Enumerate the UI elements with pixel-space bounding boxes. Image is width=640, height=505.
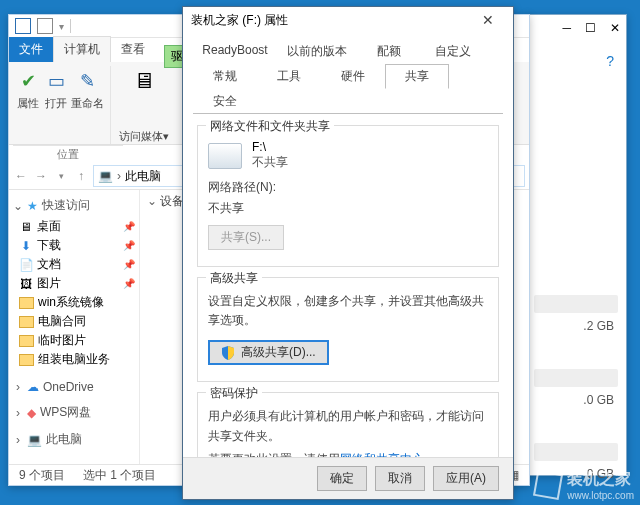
- storage-bar: [534, 443, 618, 461]
- minimize-button[interactable]: ─: [562, 21, 571, 35]
- nav-up-icon[interactable]: ↑: [73, 169, 89, 183]
- tree-onedrive[interactable]: ›☁OneDrive: [9, 377, 139, 397]
- tree-quick-access[interactable]: ⌄★快速访问: [9, 194, 139, 217]
- netpath-label: 网络路径(N):: [208, 179, 488, 196]
- storage-label: .0 GB: [534, 393, 618, 407]
- chevron-down-icon[interactable]: ▾: [163, 130, 169, 142]
- storage-bar: [534, 369, 618, 387]
- ribbon-rename[interactable]: 重命名: [71, 96, 104, 111]
- apply-button[interactable]: 应用(A): [433, 466, 499, 491]
- star-icon: [533, 470, 563, 500]
- properties-dialog: 装机之家 (F:) 属性 ✕ ReadyBoost 以前的版本 配额 自定义 常…: [182, 6, 514, 500]
- share-state: 不共享: [252, 154, 288, 171]
- status-count: 9 个项目: [19, 467, 65, 484]
- tree-item-folder[interactable]: 组装电脑业务: [9, 350, 139, 369]
- qat-overflow[interactable]: ▾: [59, 21, 64, 32]
- tab-hardware[interactable]: 硬件: [321, 64, 385, 89]
- nav-back-icon[interactable]: ←: [13, 169, 29, 183]
- close-button[interactable]: ✕: [610, 21, 620, 35]
- tree-item-desktop[interactable]: 🖥桌面📌: [9, 217, 139, 236]
- dialog-tabs: ReadyBoost 以前的版本 配额 自定义 常规 工具 硬件 共享 安全: [183, 33, 513, 114]
- tab-sharing[interactable]: 共享: [385, 64, 449, 89]
- system-menu-icon[interactable]: [15, 18, 31, 34]
- ok-button[interactable]: 确定: [317, 466, 367, 491]
- rename-icon[interactable]: ✎: [75, 68, 101, 94]
- tab-readyboost[interactable]: ReadyBoost: [193, 39, 277, 64]
- properties-icon[interactable]: ✔: [15, 68, 41, 94]
- breadcrumb[interactable]: 此电脑: [125, 168, 161, 185]
- pwd-line1: 用户必须具有此计算机的用户帐户和密码，才能访问共享文件夹。: [208, 407, 488, 445]
- storage-bar: [534, 295, 618, 313]
- tree-wps[interactable]: ›◆WPS网盘: [9, 401, 139, 424]
- group-legend: 网络文件和文件夹共享: [206, 118, 334, 135]
- group-legend: 高级共享: [206, 270, 262, 287]
- group-legend: 密码保护: [206, 385, 262, 402]
- tab-tools[interactable]: 工具: [257, 64, 321, 89]
- tab-quota[interactable]: 配额: [357, 39, 421, 64]
- advanced-sharing-label: 高级共享(D)...: [241, 344, 316, 361]
- tab-customize[interactable]: 自定义: [421, 39, 485, 64]
- access-media-icon[interactable]: 🖥: [131, 68, 157, 94]
- tab-computer[interactable]: 计算机: [53, 36, 111, 62]
- tree-item-folder[interactable]: win系统镜像: [9, 293, 139, 312]
- content-header: 设备: [160, 194, 184, 208]
- explorer-window-background: ─ ☐ ✕ ? .2 GB .0 GB .0 GB: [525, 14, 627, 476]
- close-button[interactable]: ✕: [471, 12, 505, 28]
- tree-item-pictures[interactable]: 🖼图片📌: [9, 274, 139, 293]
- tab-previous-versions[interactable]: 以前的版本: [277, 39, 357, 64]
- tab-security[interactable]: 安全: [193, 89, 257, 114]
- dialog-titlebar[interactable]: 装机之家 (F:) 属性 ✕: [183, 7, 513, 33]
- advanced-sharing-button[interactable]: 高级共享(D)...: [208, 340, 329, 365]
- watermark-url: www.lotpc.com: [567, 490, 634, 501]
- drive-label: F:\: [252, 140, 288, 154]
- ribbon-open[interactable]: 打开: [45, 96, 67, 111]
- open-icon[interactable]: ▭: [43, 68, 69, 94]
- ribbon-group-label: 位置: [13, 145, 123, 163]
- group-network-sharing: 网络文件和文件夹共享 F:\ 不共享 网络路径(N): 不共享 共享(S)...: [197, 125, 499, 267]
- pc-icon: 💻: [98, 169, 113, 183]
- tab-general[interactable]: 常规: [193, 64, 257, 89]
- nav-tree: ⌄★快速访问 🖥桌面📌 ⬇下载📌 📄文档📌 🖼图片📌 win系统镜像 电脑合同 …: [9, 190, 140, 470]
- dialog-buttons: 确定 取消 应用(A): [183, 457, 513, 499]
- help-icon[interactable]: ?: [534, 53, 614, 69]
- tree-item-documents[interactable]: 📄文档📌: [9, 255, 139, 274]
- cancel-button[interactable]: 取消: [375, 466, 425, 491]
- tree-item-folder[interactable]: 电脑合同: [9, 312, 139, 331]
- ribbon-media[interactable]: 访问媒体: [119, 130, 163, 142]
- netpath-value: 不共享: [208, 200, 488, 217]
- tree-item-downloads[interactable]: ⬇下载📌: [9, 236, 139, 255]
- tab-file[interactable]: 文件: [9, 37, 53, 62]
- ribbon-properties[interactable]: 属性: [17, 96, 39, 111]
- tab-view[interactable]: 查看: [111, 37, 155, 62]
- nav-history-icon[interactable]: ▾: [53, 171, 69, 181]
- qat-button[interactable]: [37, 18, 53, 34]
- advanced-desc: 设置自定义权限，创建多个共享，并设置其他高级共享选项。: [208, 292, 488, 330]
- drive-icon: [208, 143, 242, 169]
- dialog-body: 网络文件和文件夹共享 F:\ 不共享 网络路径(N): 不共享 共享(S)...…: [183, 115, 513, 494]
- watermark: 装机之家 www.lotpc.com: [535, 469, 634, 501]
- tree-this-pc[interactable]: ›💻此电脑: [9, 428, 139, 451]
- share-button: 共享(S)...: [208, 225, 284, 250]
- storage-label: .2 GB: [534, 319, 618, 333]
- group-advanced-sharing: 高级共享 设置自定义权限，创建多个共享，并设置其他高级共享选项。 高级共享(D)…: [197, 277, 499, 382]
- dialog-title: 装机之家 (F:) 属性: [191, 12, 288, 29]
- shield-icon: [221, 346, 235, 360]
- nav-forward-icon[interactable]: →: [33, 169, 49, 183]
- tree-item-folder[interactable]: 临时图片: [9, 331, 139, 350]
- watermark-text: 装机之家: [567, 469, 634, 490]
- maximize-button[interactable]: ☐: [585, 21, 596, 35]
- status-selected: 选中 1 个项目: [83, 467, 156, 484]
